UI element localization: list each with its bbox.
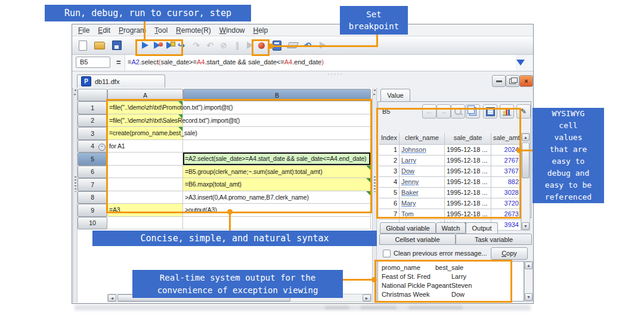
row-header-5[interactable]: 5 <box>78 153 107 166</box>
row-header-9[interactable]: 9 <box>78 204 107 217</box>
new-file-icon[interactable] <box>77 39 89 51</box>
tab-cellset-variable[interactable]: Cellset variable <box>379 234 456 245</box>
cell-b5-selected[interactable]: =A2.select(sale_date>=A4.start_date && s… <box>183 153 371 166</box>
save-icon[interactable] <box>111 39 123 51</box>
cell-a8[interactable] <box>107 191 183 204</box>
cell-b3[interactable] <box>183 127 371 140</box>
row-header-3[interactable]: 3 <box>78 127 107 140</box>
scroll-up-icon[interactable]: ▲ <box>522 133 530 141</box>
center-splitter-left-icon[interactable]: ◂ <box>373 88 376 92</box>
run-icon[interactable] <box>139 39 151 51</box>
value-chart-icon[interactable] <box>500 104 514 119</box>
copy-button[interactable]: Copy <box>491 247 528 260</box>
tab-global-variable[interactable]: Global variable <box>380 222 436 234</box>
splitter-collapse-left-icon[interactable]: ◂ <box>73 88 77 92</box>
cell-b7[interactable]: =B6.maxp(total_amt) <box>183 178 371 191</box>
clerk-link[interactable]: Jenny <box>401 178 419 185</box>
center-splitter[interactable]: ◂ ▸ <box>372 88 377 303</box>
table-row[interactable]: 5 Baker 1995-12-18 ... 3028 <box>379 188 521 198</box>
cell-b10[interactable] <box>183 217 371 230</box>
clerk-link[interactable]: Johnson <box>401 146 426 153</box>
row-header-8[interactable]: 8 <box>78 191 107 204</box>
scroll-down-icon[interactable]: ▼ <box>522 222 530 230</box>
scroll-left-icon[interactable]: ◄ <box>108 294 116 301</box>
tab-output[interactable]: Output <box>466 222 498 234</box>
row-header-1[interactable]: 1 <box>78 101 107 114</box>
center-splitter-right-icon[interactable]: ▸ <box>373 92 376 97</box>
splitter-collapse-right-icon[interactable]: ▸ <box>73 92 77 97</box>
menu-remote[interactable]: Remote(R) <box>176 26 211 35</box>
value-v-scrollbar[interactable]: ▲ ▼ <box>521 133 530 231</box>
menu-edit[interactable]: Edit <box>98 26 110 35</box>
step-icon[interactable]: ↪ <box>175 39 187 51</box>
row-index: 3 <box>379 166 400 177</box>
table-row[interactable]: 3 Dow 1995-12-18 ... 3767 <box>379 166 521 177</box>
cell-a4[interactable]: for A1 <box>107 140 183 153</box>
cell-b9[interactable]: >output(A3) <box>183 204 371 217</box>
window-restore-button[interactable] <box>506 75 519 87</box>
table-row[interactable]: 4 Jenny 1995-12-18 ... 882 <box>379 177 521 188</box>
clerk-link[interactable]: Dow <box>401 167 414 175</box>
cell-reference-box[interactable]: B5 <box>76 57 110 68</box>
output-v-scrollbar[interactable]: ▲ ▼ <box>524 261 533 301</box>
cell-b6[interactable]: =B5.group(clerk_name;~.sum(sale_amt):tot… <box>183 166 371 179</box>
debug-run-icon[interactable] <box>151 39 163 51</box>
row-header-2[interactable]: 2 <box>78 114 107 128</box>
column-header-a[interactable]: A <box>107 89 183 101</box>
value-draw-icon[interactable]: ✎ <box>516 104 531 119</box>
value-copy-icon[interactable] <box>466 104 480 119</box>
scroll-right-icon[interactable]: ► <box>363 294 371 301</box>
tab-value[interactable]: Value <box>380 89 410 101</box>
cell-a10[interactable] <box>107 217 183 230</box>
clerk-link[interactable]: Tom <box>401 210 414 217</box>
cell-b8[interactable]: >A3.insert(0,A4.promo_name,B7.clerk_name… <box>183 191 371 204</box>
cell-a6[interactable] <box>107 166 183 179</box>
value-scroll-thumb[interactable] <box>522 142 530 178</box>
table-row[interactable]: 1 Johnson 1995-12-18 ... 2024 <box>379 145 521 156</box>
run-to-cursor-icon[interactable] <box>163 39 175 51</box>
output-scroll-down-icon[interactable]: ▼ <box>525 293 532 301</box>
clean-error-checkbox[interactable] <box>383 250 391 257</box>
row-header-10[interactable]: 10 <box>78 217 107 230</box>
window-minimize-button[interactable] <box>492 75 506 87</box>
menu-file[interactable]: File <box>78 26 89 35</box>
column-header-b[interactable]: B <box>183 89 371 101</box>
clerk-link[interactable]: Baker <box>401 189 419 196</box>
formula-input[interactable]: =A2.select(sale_date>=A4.start_date && s… <box>125 55 516 70</box>
window-close-button[interactable]: × <box>519 75 533 87</box>
cell-a1[interactable]: =file("..\demo\zh\txt\Promotion.txt").im… <box>107 101 183 114</box>
menu-program[interactable]: Program <box>119 26 146 35</box>
value-cellset-icon[interactable] <box>483 104 497 119</box>
menu-window[interactable]: Window <box>219 26 245 35</box>
table-row[interactable]: 2 Larry 1995-12-18 ... 2767 <box>379 156 521 166</box>
row-header-4[interactable]: 4− <box>78 140 107 153</box>
row-header-6[interactable]: 6 <box>78 166 107 179</box>
cell-a7[interactable] <box>107 178 183 191</box>
grid-corner[interactable] <box>78 89 107 101</box>
clerk-link[interactable]: Larry <box>401 157 416 164</box>
left-splitter[interactable]: ◂ ▸ <box>73 88 78 303</box>
output-text-area[interactable]: promo_name best_sale Feast of St. Fred L… <box>377 261 524 301</box>
center-splitter-handle[interactable] <box>374 176 376 192</box>
output-scroll-up-icon[interactable]: ▲ <box>525 262 532 269</box>
tab-task-variable[interactable]: Task variable <box>456 234 532 245</box>
cell-a2[interactable]: =file("..\demo\zh\txt\SalesRecord.txt").… <box>107 114 183 128</box>
table-row[interactable]: 6 Mary 1995-12-18 ... 3720 <box>379 198 521 209</box>
splitter-dots-top[interactable]: ····· <box>327 71 343 77</box>
collapse-icon[interactable]: − <box>98 144 106 151</box>
cellset-grid: A B 1 =file("..\demo\zh\txt\Promotion.tx… <box>78 89 371 229</box>
cell-b4[interactable] <box>183 140 371 153</box>
open-file-icon[interactable] <box>94 39 106 51</box>
tab-watch[interactable]: Watch <box>436 222 466 234</box>
breakpoint-icon[interactable] <box>255 39 267 51</box>
clerk-link[interactable]: Mary <box>401 200 416 207</box>
menu-help[interactable]: Help <box>253 26 268 35</box>
splitter-handle[interactable] <box>75 176 76 192</box>
cell-a9[interactable]: =A3 <box>107 204 183 217</box>
tab-db11-dfx[interactable]: P db11.dfx <box>77 74 165 88</box>
menu-tool[interactable]: Tool <box>154 26 168 35</box>
cell-a5[interactable] <box>107 153 183 166</box>
formula-expand-arrow-icon[interactable] <box>516 60 525 66</box>
cell-a3[interactable]: =create(promo_name,best_sale) <box>107 127 183 140</box>
row-header-7[interactable]: 7 <box>78 178 107 191</box>
